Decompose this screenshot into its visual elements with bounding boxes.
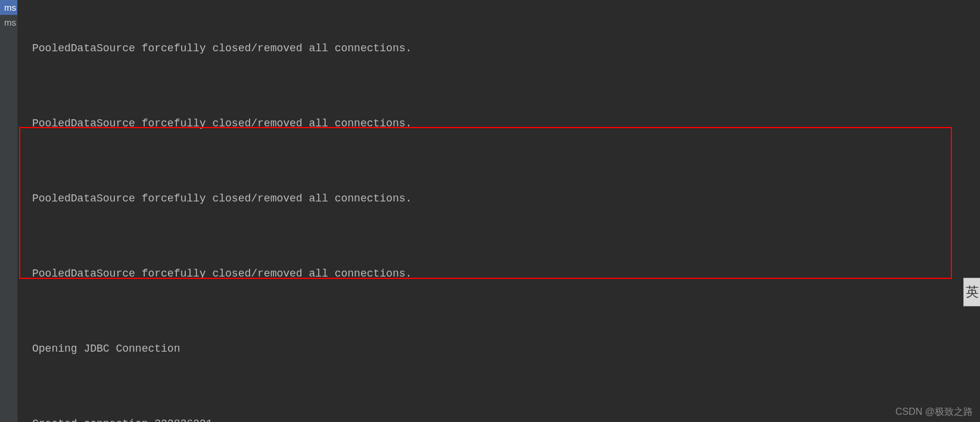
watermark-text: CSDN @极致之路 xyxy=(895,406,973,418)
sidebar-tab-active[interactable]: ms xyxy=(0,0,17,15)
console-line: PooledDataSource forcefully closed/remov… xyxy=(32,36,973,61)
ime-indicator-button[interactable]: 英 xyxy=(963,278,980,306)
console-line: PooledDataSource forcefully closed/remov… xyxy=(32,261,973,286)
sidebar-tab[interactable]: ms xyxy=(0,15,17,30)
console-line: Opening JDBC Connection xyxy=(32,336,973,361)
console-sidebar: ms ms xyxy=(0,0,18,422)
console-line: PooledDataSource forcefully closed/remov… xyxy=(32,111,973,136)
console-line: Created connection 322836221. xyxy=(32,411,973,422)
console-output[interactable]: PooledDataSource forcefully closed/remov… xyxy=(25,0,980,422)
console-line: PooledDataSource forcefully closed/remov… xyxy=(32,186,973,211)
